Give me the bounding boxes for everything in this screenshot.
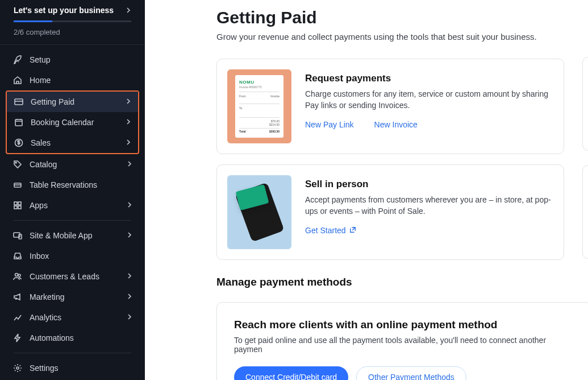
svg-point-12: [18, 274, 20, 276]
gear-icon: [12, 363, 23, 373]
card-desc: Charge customers for any item, service o…: [305, 89, 553, 111]
sidebar-item-home[interactable]: Home: [2, 70, 143, 90]
side-card-stub: [582, 165, 588, 259]
progress-fill: [14, 20, 52, 22]
svg-rect-6: [18, 202, 21, 205]
new-pay-link[interactable]: New Pay Link: [305, 120, 354, 129]
setup-title: Let's set up your business: [14, 6, 114, 15]
rocket-icon: [12, 55, 23, 65]
highlight-box: Getting Paid Booking Calendar Sales: [6, 90, 139, 154]
card-title: Sell in person: [305, 179, 553, 190]
nav-label: Apps: [30, 201, 127, 210]
card-thumb-pos: [227, 175, 291, 249]
home-icon: [12, 75, 23, 85]
calendar-icon: [14, 117, 24, 127]
users-icon: [12, 271, 23, 282]
get-started-link[interactable]: Get Started: [305, 226, 356, 235]
other-methods-button[interactable]: Other Payment Methods: [356, 366, 466, 380]
side-card-stub: [582, 57, 588, 151]
nav-label: Getting Paid: [31, 97, 126, 106]
setup-title-row[interactable]: Let's set up your business: [14, 6, 131, 15]
chart-icon: [12, 312, 23, 323]
sidebar-item-setup[interactable]: Setup: [2, 49, 143, 70]
sidebar-item-automations[interactable]: Automations: [2, 328, 143, 348]
svg-point-3: [15, 162, 16, 163]
nav-label: Inbox: [30, 251, 132, 261]
methods-heading: Manage payment methods: [216, 276, 588, 288]
new-invoice-link[interactable]: New Invoice: [374, 120, 418, 129]
card-body: Request payments Charge customers for an…: [305, 69, 553, 143]
sidebar-item-inbox[interactable]: Inbox: [2, 246, 143, 266]
sidebar-item-analytics[interactable]: Analytics: [2, 307, 143, 328]
nav-label: Customers & Leads: [30, 272, 127, 281]
methods-title: Reach more clients with an online paymen…: [234, 319, 574, 331]
link-label: Get Started: [305, 226, 346, 235]
divider: [14, 353, 131, 353]
sidebar-item-sales[interactable]: Sales: [7, 133, 138, 153]
svg-rect-1: [15, 119, 22, 126]
chevron-right-icon: [126, 139, 131, 147]
nav-label: Settings: [30, 364, 132, 373]
sidebar-item-booking-calendar[interactable]: Booking Calendar: [7, 112, 138, 133]
chevron-right-icon: [127, 313, 132, 321]
card-desc: Accept payments from customers wherever …: [305, 195, 553, 217]
progress-text: 2/6 completed: [14, 28, 131, 36]
card-thumb-request: NOMU Invoice #0026773 FromInvoice To $79…: [227, 69, 291, 143]
nav-label: Catalog: [30, 160, 127, 169]
nav-label: Setup: [30, 55, 132, 64]
chevron-right-icon: [126, 118, 131, 126]
nav-label: Site & Mobile App: [30, 231, 127, 240]
card-sell-in-person: Sell in person Accept payments from cust…: [216, 164, 564, 260]
sidebar-item-apps[interactable]: Apps: [2, 195, 143, 216]
megaphone-icon: [12, 292, 23, 302]
chevron-right-icon: [127, 232, 132, 239]
chevron-right-icon: [127, 293, 132, 301]
svg-point-13: [16, 367, 19, 369]
page-subtitle: Grow your revenue and collect payments u…: [216, 32, 588, 42]
invoice-sub: Invoice #0026773: [239, 85, 280, 89]
sidebar-item-site-mobile[interactable]: Site & Mobile App: [2, 225, 143, 246]
card-title: Request payments: [305, 73, 553, 84]
nav-label: Marketing: [30, 292, 127, 301]
svg-rect-0: [15, 99, 23, 105]
card-icon: [14, 97, 24, 107]
svg-rect-7: [14, 206, 17, 209]
methods-card: Reach more clients with an online paymen…: [216, 302, 588, 380]
sidebar-item-customers[interactable]: Customers & Leads: [2, 266, 143, 287]
site-icon: [12, 230, 23, 241]
inbox-icon: [12, 251, 23, 261]
connect-card-button[interactable]: Connect Credit/Debit card: [234, 366, 348, 380]
sidebar: Let's set up your business 2/6 completed…: [0, 0, 145, 380]
methods-desc: To get paid online and use all the payme…: [234, 336, 574, 354]
nav-label: Home: [30, 76, 132, 85]
chevron-right-icon: [127, 160, 132, 168]
table-icon: [12, 180, 23, 190]
main: Getting Paid Grow your revenue and colle…: [145, 0, 588, 380]
svg-rect-8: [18, 206, 21, 209]
page-title: Getting Paid: [216, 8, 588, 27]
nav-label: Sales: [31, 138, 126, 147]
nav-label: Booking Calendar: [31, 118, 126, 127]
setup-box[interactable]: Let's set up your business 2/6 completed: [0, 0, 145, 45]
tag-icon: [12, 159, 23, 170]
invoice-logo: NOMU: [239, 80, 280, 85]
external-link-icon: [349, 226, 356, 235]
sidebar-item-settings[interactable]: Settings: [2, 358, 143, 378]
nav-label: Table Reservations: [30, 180, 132, 189]
chevron-right-icon: [127, 272, 132, 280]
dollar-icon: [14, 138, 24, 148]
card-body: Sell in person Accept payments from cust…: [305, 175, 553, 249]
progress-bar: [14, 20, 131, 22]
sidebar-item-catalog[interactable]: Catalog: [2, 154, 143, 175]
sidebar-item-table-reservations[interactable]: Table Reservations: [2, 175, 143, 195]
chevron-right-icon: [126, 6, 131, 15]
bolt-icon: [12, 333, 23, 343]
divider: [14, 220, 131, 221]
nav-label: Analytics: [30, 313, 127, 322]
sidebar-item-getting-paid[interactable]: Getting Paid: [7, 92, 138, 112]
apps-icon: [12, 200, 23, 210]
sidebar-item-marketing[interactable]: Marketing: [2, 287, 143, 307]
card-request-payments: NOMU Invoice #0026773 FromInvoice To $79…: [216, 59, 564, 154]
svg-point-11: [15, 274, 18, 276]
svg-rect-5: [14, 202, 17, 205]
